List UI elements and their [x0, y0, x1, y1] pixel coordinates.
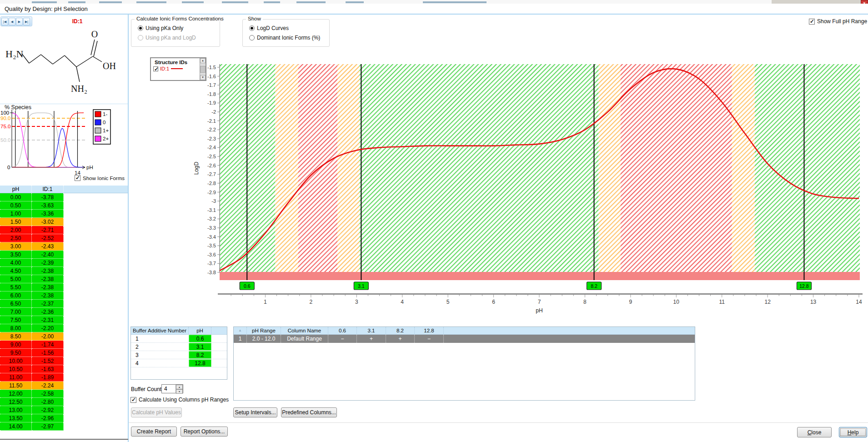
ph-table-row[interactable]: 5.50-2.38 [0, 283, 128, 291]
buffer-table-row[interactable]: 38.2 [131, 351, 227, 359]
ph-table-cell[interactable]: -2.92 [32, 406, 64, 414]
ph-table-cell[interactable]: -1.52 [32, 357, 64, 365]
buffer-ph-marker[interactable]: 12.8 [797, 282, 811, 290]
ph-table-cell[interactable]: -1.63 [32, 365, 64, 373]
ph-table-cell[interactable]: 11.50 [0, 382, 32, 390]
ph-table-cell[interactable]: 13.00 [0, 406, 32, 414]
ph-table-cell[interactable]: 4.00 [0, 259, 32, 267]
ph-table-cell[interactable]: 0.00 [0, 193, 32, 201]
create-report-button[interactable]: Create Report [131, 427, 177, 437]
buffer-table-row[interactable]: 23.1 [131, 343, 227, 351]
ph-table-row[interactable]: 2.00-2.71 [0, 226, 128, 234]
ph-table-cell[interactable]: -1.74 [32, 341, 64, 349]
ph-table-cell[interactable]: -2.58 [32, 390, 64, 398]
ph-table-cell[interactable]: -1.56 [32, 349, 64, 357]
ph-table-cell[interactable]: 10.50 [0, 365, 32, 373]
ph-table-cell[interactable]: 6.50 [0, 300, 32, 308]
buffer-ph-marker[interactable]: 0.6 [240, 282, 254, 290]
ph-table-cell[interactable]: -2.00 [32, 332, 64, 341]
ph-table-row[interactable]: 1.00-3.36 [0, 210, 128, 218]
ph-table-row[interactable]: 9.00-1.74 [0, 341, 128, 349]
id1-column-header[interactable]: ID:1 [32, 186, 64, 193]
buffer-number-header[interactable]: Buffer Additive Number [131, 327, 189, 334]
ph-table-cell[interactable]: 3.00 [0, 242, 32, 251]
show-full-ph-range-checkbox[interactable] [809, 19, 815, 25]
buffer-ph-marker[interactable]: 8.2 [587, 282, 602, 290]
ph-table-cell[interactable]: -2.40 [32, 251, 64, 259]
ph-table-cell[interactable]: 8.00 [0, 324, 32, 332]
ph-table-row[interactable]: 4.00-2.39 [0, 259, 128, 267]
calc-using-columns-checkbox[interactable] [130, 397, 136, 403]
ph-table-cell[interactable]: -2.38 [32, 291, 64, 300]
ph-table-cell[interactable]: 1.00 [0, 210, 32, 218]
ph-table-cell[interactable]: 13.50 [0, 414, 32, 422]
ph-table-row[interactable]: 2.50-2.52 [0, 234, 128, 242]
ph-table-cell[interactable]: -2.71 [32, 226, 64, 234]
ph-table-cell[interactable]: 3.50 [0, 251, 32, 259]
help-button[interactable]: Help [839, 427, 867, 437]
structure-id-checkbox[interactable] [153, 66, 158, 71]
setup-intervals-button[interactable]: Setup Intervals... [233, 407, 277, 417]
ph-table-cell[interactable]: -2.52 [32, 234, 64, 242]
ph-table-cell[interactable]: -3.36 [32, 210, 64, 218]
ph-table-cell[interactable]: -2.37 [32, 300, 64, 308]
ph-table-cell[interactable]: 4.50 [0, 267, 32, 275]
predefined-columns-button[interactable]: Predefined Columns... [281, 407, 337, 417]
ph-table-cell[interactable]: -3.63 [32, 201, 64, 210]
buffer-number-cell[interactable]: 3 [131, 351, 189, 359]
ph-table-row[interactable]: 3.50-2.40 [0, 251, 128, 259]
range-table-row-selected[interactable]: 1 2.0 - 12.0 Default Range − + + − [234, 335, 695, 343]
ph-table-cell[interactable]: 9.50 [0, 349, 32, 357]
ph-table-row[interactable]: 7.00-2.36 [0, 308, 128, 316]
ph-table-cell[interactable]: 10.00 [0, 357, 32, 365]
ph-table-row[interactable]: 3.00-2.43 [0, 242, 128, 251]
buffer-table-row[interactable]: 10.6 [131, 335, 227, 343]
ph-table-row[interactable]: 14.00-2.97 [0, 422, 128, 431]
buffer-ph-header[interactable]: pH [189, 327, 211, 334]
ph-table-cell[interactable]: 12.50 [0, 398, 32, 406]
ph-table-cell[interactable]: -2.38 [32, 267, 64, 275]
ph-table-cell[interactable]: 11.00 [0, 373, 32, 382]
ph-table-row[interactable]: 10.00-1.52 [0, 357, 128, 365]
ph-table-cell[interactable]: 1.50 [0, 218, 32, 226]
ph-table-cell[interactable]: 8.50 [0, 332, 32, 341]
buffer-table-row[interactable]: 412.8 [131, 359, 227, 367]
ph-table-cell[interactable]: -3.02 [32, 218, 64, 226]
ph-table-cell[interactable]: -2.36 [32, 308, 64, 316]
ph-table-cell[interactable]: -2.38 [32, 283, 64, 291]
ph-table-cell[interactable]: 14.00 [0, 422, 32, 431]
buffer-count-stepper[interactable]: 4 ▲ ▼ [161, 384, 183, 393]
ph-table-row[interactable]: 13.00-2.92 [0, 406, 128, 414]
ph-table-row[interactable]: 8.50-2.00 [0, 332, 128, 341]
stepper-down-icon[interactable]: ▼ [176, 389, 183, 394]
buffer-ph-cell[interactable]: 8.2 [189, 351, 211, 359]
ph-table-row[interactable]: 11.00-1.89 [0, 373, 128, 382]
ph-table-cell[interactable]: 7.00 [0, 308, 32, 316]
ph-table-row[interactable]: 0.00-3.78 [0, 193, 128, 201]
ph-table-row[interactable]: 0.50-3.63 [0, 201, 128, 210]
ph-column-header[interactable]: pH [0, 186, 32, 193]
buffer-number-cell[interactable]: 2 [131, 343, 189, 351]
buffer-col-header-1[interactable]: 0.6 [328, 327, 357, 334]
ph-table-cell[interactable]: 2.50 [0, 234, 32, 242]
ph-table-row[interactable]: 1.50-3.02 [0, 218, 128, 226]
buffer-count-value[interactable]: 4 [162, 385, 176, 393]
ph-table-row[interactable]: 12.00-2.58 [0, 390, 128, 398]
ph-table-cell[interactable]: 12.00 [0, 390, 32, 398]
buffer-ph-cell[interactable]: 12.8 [189, 359, 211, 367]
stepper-up-icon[interactable]: ▲ [176, 385, 183, 389]
ph-table-row[interactable]: 6.50-2.37 [0, 300, 128, 308]
ph-table-cell[interactable]: -2.96 [32, 414, 64, 422]
ph-table-cell[interactable]: -1.89 [32, 373, 64, 382]
column-name-header[interactable]: Column Name [281, 327, 328, 334]
ph-table-row[interactable]: 8.00-2.20 [0, 324, 128, 332]
ph-table-cell[interactable]: 7.50 [0, 316, 32, 324]
ph-table-row[interactable]: 13.50-2.96 [0, 414, 128, 422]
ph-table-row[interactable]: 9.50-1.56 [0, 349, 128, 357]
buffer-number-cell[interactable]: 4 [131, 359, 189, 367]
buffer-number-cell[interactable]: 1 [131, 335, 189, 342]
ph-table-cell[interactable]: -2.43 [32, 242, 64, 251]
ph-range-header[interactable]: pH Range [247, 327, 281, 334]
ph-table-row[interactable]: 7.50-2.31 [0, 316, 128, 324]
ph-table-cell[interactable]: 2.00 [0, 226, 32, 234]
